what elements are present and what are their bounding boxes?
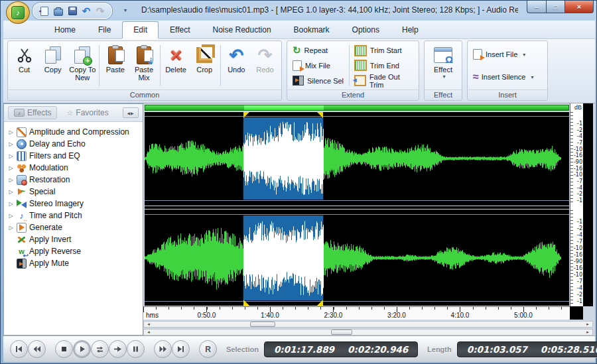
trim-end-button[interactable]: Trim End <box>352 59 415 72</box>
crop-button[interactable]: Crop <box>190 42 219 89</box>
silence-selection-button[interactable]: Silence Sel <box>291 74 346 88</box>
scroll-left-icon[interactable]: ◄ <box>145 322 153 327</box>
db-tick-label: -1 <box>577 121 582 127</box>
save-button[interactable] <box>68 7 77 16</box>
expand-arrow-icon[interactable]: ▷ <box>8 129 14 135</box>
expand-arrow-icon[interactable]: ▷ <box>8 153 14 159</box>
tree-item-amplitude-and-compression[interactable]: ▷Amplitude and Compression <box>8 126 143 138</box>
selection-end-time: 0:02:20.946 <box>348 344 408 355</box>
expand-arrow-icon[interactable]: ▷ <box>8 189 14 195</box>
copy-button[interactable]: Copy <box>38 42 67 89</box>
paste-label: Paste <box>106 66 125 74</box>
expand-arrow-icon[interactable]: ▷ <box>8 201 14 207</box>
maximize-button[interactable]: □ <box>546 1 564 13</box>
trim-start-button[interactable]: Trim Start <box>352 44 415 57</box>
import-file-icon <box>40 7 48 16</box>
play-selection-button[interactable] <box>109 340 127 358</box>
tab-noise-reduction[interactable]: Noise Reduction <box>202 21 283 38</box>
tab-bookmark[interactable]: Bookmark <box>283 21 341 38</box>
scroll-left-icon[interactable]: ◄ <box>145 330 153 335</box>
undo-button[interactable]: ↶ Undo <box>222 42 251 89</box>
tree-item-special[interactable]: ▷Special <box>8 186 143 198</box>
effect-dropdown-icon: ▾ <box>442 74 445 80</box>
selection-end-marker[interactable] <box>317 112 323 118</box>
panel-toggle-button[interactable]: ◀▶ <box>123 107 139 118</box>
silence-selection-icon <box>293 76 304 86</box>
horizontal-scrollbar-1[interactable]: ◄ ► <box>143 321 593 328</box>
tree-item-filters-and-eq[interactable]: ▷Filters and EQ <box>8 150 143 162</box>
scroll-right-icon[interactable]: ► <box>584 330 592 335</box>
tree-item-apply-reverse[interactable]: ▷wApply Reverse <box>8 245 143 257</box>
expand-arrow-icon[interactable]: ▷ <box>8 225 14 231</box>
overview-bar[interactable] <box>145 105 569 111</box>
expand-arrow-icon[interactable]: ▷ <box>8 213 14 219</box>
timeline-ruler[interactable]: hms 0:50.01:40.02:30.03:20.04:10.05:00.0 <box>143 306 570 320</box>
tab-home[interactable]: Home <box>43 21 87 38</box>
tab-favorites[interactable]: ☆Favorites <box>61 107 113 119</box>
minimize-button[interactable]: – <box>527 1 546 13</box>
redo-button[interactable]: ↷ Redo <box>251 42 279 89</box>
expand-arrow-icon[interactable]: ▷ <box>8 177 14 183</box>
repeat-button[interactable]: ↻Repeat <box>291 44 346 57</box>
tree-item-modulation[interactable]: ▷Modulation <box>8 162 143 174</box>
quick-undo-button[interactable]: ↶ <box>82 7 91 16</box>
tree-item-restoration[interactable]: ▷Restoration <box>8 174 143 186</box>
timeline-tick-label: 1:40.0 <box>261 312 279 319</box>
tab-edit[interactable]: Edit <box>122 21 159 38</box>
insert-file-button[interactable]: Insert File▾ <box>471 48 544 61</box>
play-button[interactable] <box>73 340 91 358</box>
scroll-right-icon[interactable]: ► <box>584 322 592 327</box>
paste-icon <box>108 44 123 66</box>
tree-item-delay-and-echo[interactable]: ▷Delay and Echo <box>8 138 143 150</box>
tab-options[interactable]: Options <box>341 21 391 38</box>
loop-play-button[interactable] <box>91 340 109 358</box>
expand-arrow-icon[interactable]: ▷ <box>8 165 14 171</box>
tree-item-apply-invert[interactable]: ▷Apply Invert <box>8 233 143 245</box>
tab-effect[interactable]: Effect <box>159 21 201 38</box>
quick-redo-button[interactable]: ↷ <box>96 7 105 16</box>
pause-button[interactable] <box>127 340 145 358</box>
effect-button[interactable]: Effect ▾ <box>427 42 460 89</box>
expand-arrow-icon[interactable]: ▷ <box>8 141 14 147</box>
trim-end-label: Trim End <box>370 62 399 70</box>
close-button[interactable]: × <box>564 1 594 13</box>
db-tick-label: -16 <box>574 153 582 158</box>
tree-item-time-and-pitch[interactable]: ▷♪Time and Pitch <box>8 210 143 221</box>
db-tick-label: -90 <box>574 259 582 265</box>
app-logo-button[interactable]: ♪ <box>6 1 30 24</box>
waveform-canvas[interactable] <box>145 112 569 306</box>
delete-button[interactable]: Delete <box>161 42 190 89</box>
skip-to-start-button[interactable] <box>10 340 28 358</box>
fade-out-trim-icon <box>354 75 366 86</box>
selection-start-marker-bottom[interactable] <box>243 300 249 306</box>
horizontal-scrollbar-2[interactable]: ◄ ► <box>143 329 593 335</box>
fade-out-trim-button[interactable]: Fade Out Trim <box>352 74 415 88</box>
tree-item-apply-mute[interactable]: ▷Apply Mute <box>8 257 143 269</box>
selection-start-marker[interactable] <box>243 112 249 118</box>
import-file-button[interactable] <box>40 7 49 16</box>
scrollbar-thumb[interactable] <box>250 322 275 327</box>
stop-button[interactable] <box>55 340 73 358</box>
insert-file-icon <box>473 49 482 60</box>
paste-mix-button[interactable]: ⇣ Paste Mix <box>129 42 158 89</box>
tab-file[interactable]: File <box>87 21 122 38</box>
selection-end-marker-bottom[interactable] <box>317 300 323 306</box>
record-button[interactable]: R <box>199 340 217 358</box>
tab-effects[interactable]: ♪Effects <box>8 106 57 119</box>
copy-to-new-icon: + <box>74 44 90 66</box>
tree-item-generate[interactable]: ▷Generate <box>8 221 143 233</box>
open-file-button[interactable] <box>54 7 63 16</box>
rewind-button[interactable] <box>28 340 46 358</box>
fast-forward-button[interactable] <box>154 340 172 358</box>
customize-toolbar-icon[interactable]: ▾ <box>124 7 127 13</box>
insert-silence-button[interactable]: ≈Insert Silence▾ <box>471 70 544 84</box>
skip-to-end-button[interactable] <box>172 340 190 358</box>
copy-to-new-button[interactable]: + Copy To New <box>67 42 98 89</box>
tab-help[interactable]: Help <box>391 21 430 38</box>
scrollbar-thumb[interactable] <box>331 330 352 335</box>
restoration-icon <box>17 175 27 185</box>
paste-button[interactable]: Paste <box>101 42 129 89</box>
cut-button[interactable]: Cut <box>10 42 38 89</box>
mix-file-button[interactable]: Mix File <box>291 59 346 72</box>
tree-item-stereo-imagery[interactable]: ▷Stereo Imagery <box>8 198 143 210</box>
